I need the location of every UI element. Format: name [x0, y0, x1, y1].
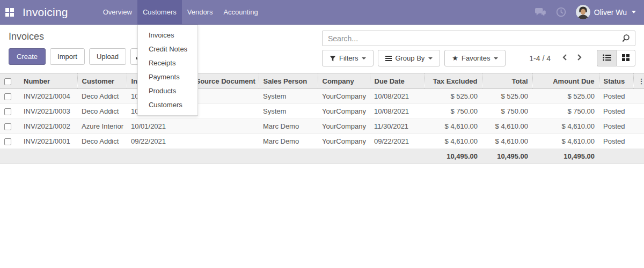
invoicing-app-window: Invoicing Overview Customers Invoices Cr…: [0, 0, 644, 268]
cell-company: YourCompany: [318, 104, 370, 119]
cell-amount-due: $ 4,610.00: [532, 119, 599, 134]
cell-source-document: [191, 119, 259, 134]
customers-dropdown-menu: Invoices Credit Notes Receipts Payments …: [137, 25, 198, 116]
cell-number: INV/2021/0004: [19, 89, 77, 104]
favorites-button[interactable]: ★Favorites: [444, 50, 506, 66]
control-panel: Invoices Create Import Upload: [0, 25, 644, 73]
footer-tax-excluded-total: 10,495.00: [424, 149, 482, 163]
caret-down-icon: [632, 11, 636, 13]
cell-source-document: [191, 134, 259, 149]
table-row[interactable]: INV/2021/0002 Azure Interior 10/01/2021 …: [0, 119, 644, 134]
search-input[interactable]: [322, 31, 635, 46]
apps-menu-icon[interactable]: [5, 8, 14, 17]
cell-invoice-date: 09/22/2021: [127, 134, 191, 149]
cell-status: Posted: [599, 104, 633, 119]
search-options: Filters Group By ★Favorites: [322, 50, 506, 66]
cell-tax-excluded: $ 4,610.00: [424, 119, 482, 134]
cell-due-date: 11/30/2021: [370, 119, 424, 134]
view-switcher: [597, 50, 635, 66]
search-icon[interactable]: [622, 34, 631, 45]
nav-item-accounting[interactable]: Accounting: [218, 0, 263, 25]
col-header-source-document[interactable]: Source Document: [191, 73, 259, 89]
menu-item-credit-notes[interactable]: Credit Notes: [138, 42, 197, 56]
menu-item-invoices[interactable]: Invoices: [138, 28, 197, 42]
row-checkbox[interactable]: [4, 93, 11, 100]
table-row[interactable]: INV/2021/0001 Deco Addict 09/22/2021 Mar…: [0, 134, 644, 149]
nav-item-customers[interactable]: Customers Invoices Credit Notes Receipts…: [137, 0, 182, 25]
table-body: INV/2021/0004 Deco Addict 10/08/2021 Sys…: [0, 89, 644, 149]
upload-button[interactable]: Upload: [89, 48, 126, 65]
col-header-company[interactable]: Company: [318, 73, 370, 89]
col-header-tax-excluded[interactable]: Tax Excluded: [424, 73, 482, 89]
menu-item-receipts[interactable]: Receipts: [138, 56, 197, 70]
row-checkbox[interactable]: [4, 138, 11, 145]
cell-total: $ 750.00: [482, 104, 532, 119]
list-view-icon: [603, 54, 611, 63]
cell-customer: Azure Interior: [77, 119, 127, 134]
activities-clock-icon[interactable]: [556, 7, 566, 17]
view-controls: Filters Group By ★Favorites 1-4 / 4: [322, 50, 635, 66]
table-row[interactable]: INV/2021/0004 Deco Addict 10/08/2021 Sys…: [0, 89, 644, 104]
cell-total: $ 525.00: [482, 89, 532, 104]
col-header-status[interactable]: Status: [599, 73, 633, 89]
group-by-button[interactable]: Group By: [378, 50, 440, 66]
col-header-customer[interactable]: Customer: [77, 73, 127, 89]
table-footer: 10,495.00 10,495.00 10,495.00: [0, 149, 644, 163]
cell-number: INV/2021/0001: [19, 134, 77, 149]
top-navbar: Invoicing Overview Customers Invoices Cr…: [0, 0, 644, 25]
cell-customer: Deco Addict: [77, 134, 127, 149]
footer-amount-due-total: 10,495.00: [532, 149, 599, 163]
filters-button[interactable]: Filters: [322, 50, 374, 66]
menu-item-products[interactable]: Products: [138, 84, 197, 98]
cell-company: YourCompany: [318, 89, 370, 104]
pager-next-button[interactable]: [573, 52, 586, 64]
cell-total: $ 4,610.00: [482, 134, 532, 149]
menu-item-customers[interactable]: Customers: [138, 98, 197, 112]
app-brand[interactable]: Invoicing: [23, 6, 68, 19]
cell-company: YourCompany: [318, 134, 370, 149]
caret-down-icon: [362, 57, 366, 59]
col-header-number[interactable]: Number: [19, 73, 77, 89]
cell-sales-person: System: [259, 89, 318, 104]
cell-customer: Deco Addict: [77, 89, 127, 104]
cell-sales-person: System: [259, 104, 318, 119]
cell-source-document: [191, 89, 259, 104]
row-checkbox[interactable]: [4, 123, 11, 130]
search-box: [322, 31, 635, 46]
pager-previous-button[interactable]: [558, 52, 571, 64]
create-button[interactable]: Create: [9, 48, 46, 65]
row-checkbox[interactable]: [4, 108, 11, 115]
cell-amount-due: $ 4,610.00: [532, 134, 599, 149]
star-icon: ★: [452, 54, 458, 62]
kanban-view-button[interactable]: [616, 50, 635, 66]
messages-icon[interactable]: [535, 8, 546, 17]
optional-columns-icon[interactable]: ⋮: [638, 77, 644, 85]
control-panel-left: Invoices Create Import Upload: [9, 31, 149, 66]
cell-sales-person: Marc Demo: [259, 119, 318, 134]
cell-status: Posted: [599, 134, 633, 149]
list-view-button[interactable]: [597, 50, 616, 66]
chevron-right-icon: [577, 54, 582, 63]
cell-sales-person: Marc Demo: [259, 134, 318, 149]
nav-item-vendors[interactable]: Vendors: [182, 0, 218, 25]
cell-total: $ 4,610.00: [482, 119, 532, 134]
import-button[interactable]: Import: [50, 48, 85, 65]
col-header-amount-due[interactable]: Amount Due: [532, 73, 599, 89]
cell-due-date: 09/22/2021: [370, 134, 424, 149]
table-header: Number Customer Invoice Date Source Docu…: [0, 73, 644, 89]
user-menu[interactable]: Oliver Wu: [576, 5, 636, 19]
col-header-sales-person[interactable]: Sales Person: [259, 73, 318, 89]
table-row[interactable]: INV/2021/0003 Deco Addict 10/08/2021 Sys…: [0, 104, 644, 119]
cell-due-date: 10/08/2021: [370, 89, 424, 104]
cell-tax-excluded: $ 750.00: [424, 104, 482, 119]
cell-status: Posted: [599, 89, 633, 104]
invoice-list-table: Number Customer Invoice Date Source Docu…: [0, 73, 644, 163]
nav-item-overview[interactable]: Overview: [98, 0, 137, 25]
cell-customer: Deco Addict: [77, 104, 127, 119]
action-buttons: Create Import Upload: [9, 48, 149, 65]
col-header-total[interactable]: Total: [482, 73, 532, 89]
menu-item-payments[interactable]: Payments: [138, 70, 197, 84]
cell-number: INV/2021/0003: [19, 104, 77, 119]
col-header-due-date[interactable]: Due Date: [370, 73, 424, 89]
select-all-checkbox[interactable]: [4, 78, 11, 85]
